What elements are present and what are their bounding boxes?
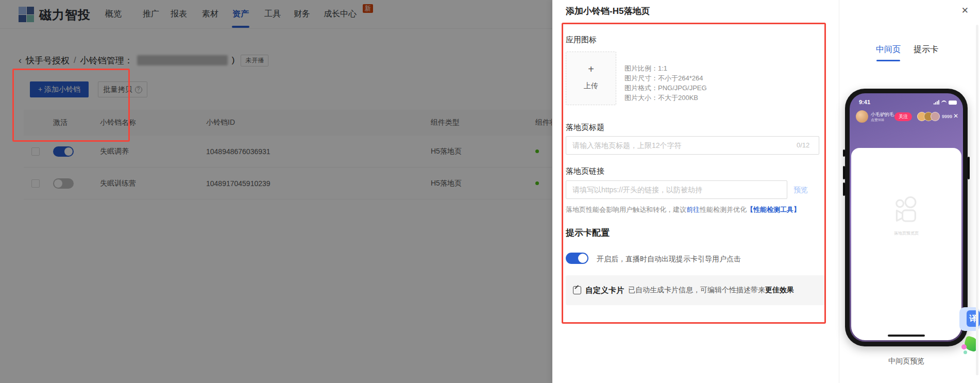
streamer-avatar[interactable] [856,110,868,123]
phone-power-button [968,157,970,179]
close-icon[interactable]: ✕ [961,5,969,16]
preview-caption: 中间页预览 [888,357,924,366]
status-bar-time: 9:41 [859,99,870,105]
live-close-icon[interactable]: ✕ [953,112,958,120]
divider [839,0,839,383]
annotation-box-add-button [12,69,130,142]
phone-screen: 9:41 小毛驴的毛... 点赞908 关注 9999 ✕ [850,93,963,342]
battery-icon [949,101,957,105]
phone-mockup: 9:41 小毛驴的毛... 点赞908 关注 9999 ✕ [845,89,968,346]
page: 磁力智投 概览 推广 报表 素材 资产 工具 财务 成长中心 新 ‹ 快手号授权… [0,0,980,383]
scrollbar[interactable] [976,25,978,375]
placeholder-logo: 落地页预览页 [851,195,961,236]
wifi-icon [941,101,947,105]
phone-volume-up-button [843,166,845,179]
phone-mute-button [843,149,845,157]
drawer-title: 添加小铃铛-H5落地页 [566,5,650,17]
tab-middle-page[interactable]: 中间页 [876,44,901,55]
placeholder-text: 落地页预览页 [851,230,961,236]
tab-active-underline [876,60,900,61]
kuaishou-camera-icon [890,195,922,223]
tab-tip-card[interactable]: 提示卡 [914,44,938,55]
status-bar-icons [934,100,957,105]
dim-overlay [0,0,552,383]
landing-page-card: 落地页预览页 [851,148,961,340]
home-indicator [888,335,925,337]
phone-volume-down-button [843,182,845,196]
follow-button[interactable]: 关注 [894,112,912,121]
annotation-box-form [562,23,826,324]
signal-icon [934,100,939,105]
viewer-count: 9999 [942,114,952,119]
streamer-likes: 点赞908 [871,118,884,123]
viewer-avatar [931,112,940,121]
